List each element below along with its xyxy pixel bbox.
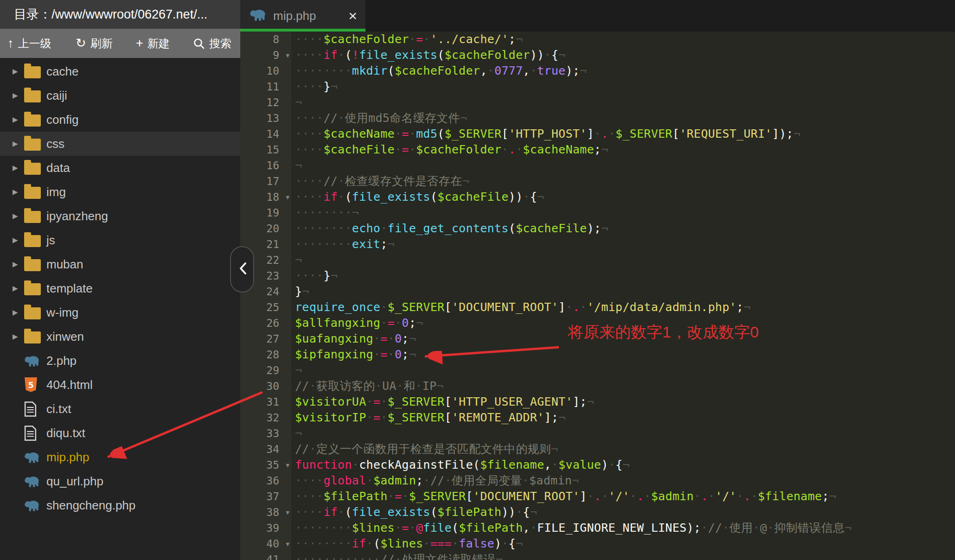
chevron-right-icon[interactable]: ▶	[13, 164, 18, 172]
line-number[interactable]: 36	[240, 473, 291, 489]
tree-item-img[interactable]: ▶img	[0, 180, 240, 204]
line-number[interactable]: 39	[240, 520, 291, 536]
tree-item-w-img[interactable]: ▶w-img	[0, 300, 240, 325]
chevron-right-icon[interactable]: ▶	[13, 236, 18, 244]
fold-arrow-icon[interactable]: ▼	[286, 458, 289, 473]
code-line-25[interactable]: require_once·$_SERVER['DOCUMENT_ROOT']·.…	[291, 299, 955, 315]
tree-item-muban[interactable]: ▶muban	[0, 252, 240, 276]
line-number[interactable]: 16	[240, 158, 291, 173]
chevron-right-icon[interactable]: ▶	[13, 308, 18, 317]
code-line-31[interactable]: $visitorUA·=·$_SERVER['HTTP_USER_AGENT']…	[291, 394, 955, 410]
chevron-right-icon[interactable]: ▶	[13, 91, 18, 100]
line-number[interactable]: 31	[240, 394, 291, 410]
tree-item-css[interactable]: ▶css	[0, 132, 240, 156]
code-line-12[interactable]: ¬	[291, 95, 955, 110]
code-line-39[interactable]: ········$lines·=·@file($filePath,·FILE_I…	[291, 520, 955, 536]
line-number[interactable]: 11	[240, 79, 291, 95]
code-line-38[interactable]: ····if·(file_exists($filePath))·{¬	[291, 504, 955, 520]
close-icon[interactable]: ×	[348, 8, 357, 23]
tree-item-diqu.txt[interactable]: diqu.txt	[0, 421, 240, 445]
chevron-right-icon[interactable]: ▶	[13, 188, 18, 196]
code-line-18[interactable]: ····if·(file_exists($cacheFile))·{¬	[291, 189, 955, 205]
tree-item-template[interactable]: ▶template	[0, 276, 240, 300]
code-line-29[interactable]: ¬	[291, 363, 955, 378]
tree-item-xinwen[interactable]: ▶xinwen	[0, 325, 240, 349]
chevron-right-icon[interactable]: ▶	[13, 212, 18, 220]
code-line-9[interactable]: ····if·(!file_exists($cacheFolder))·{¬	[291, 47, 955, 63]
code-line-16[interactable]: ¬	[291, 158, 955, 173]
code-line-19[interactable]: ········¬	[291, 205, 955, 221]
line-number[interactable]: 18▼	[240, 189, 291, 205]
tree-item-ci.txt[interactable]: ci.txt	[0, 397, 240, 421]
line-number[interactable]: 28	[240, 347, 291, 363]
line-number[interactable]: 12	[240, 95, 291, 110]
code-line-10[interactable]: ········mkdir($cacheFolder,·0777,·true);…	[291, 63, 955, 79]
code-line-34[interactable]: //·定义一个函数用于检查是否匹配文件中的规则¬	[291, 441, 955, 457]
line-number[interactable]: 29	[240, 363, 291, 378]
line-number[interactable]: 25	[240, 299, 291, 315]
up-level-button[interactable]: ↑ 上一级	[7, 29, 51, 58]
line-number[interactable]: 8	[240, 32, 291, 47]
tree-item-2.php[interactable]: 2.php	[0, 349, 240, 373]
tree-item-cache[interactable]: ▶cache	[0, 59, 240, 83]
editor-gutter[interactable]: 89▼101112131415161718▼192021222324252627…	[240, 32, 291, 560]
line-number[interactable]: 10	[240, 63, 291, 79]
chevron-right-icon[interactable]: ▶	[13, 332, 18, 341]
chevron-right-icon[interactable]: ▶	[13, 284, 18, 293]
line-number[interactable]: 20	[240, 221, 291, 236]
line-number[interactable]: 38▼	[240, 504, 291, 520]
tree-item-404.html[interactable]: 5404.html	[0, 373, 240, 397]
line-number[interactable]: 17	[240, 173, 291, 189]
line-number[interactable]: 9▼	[240, 47, 291, 63]
line-number[interactable]: 30	[240, 378, 291, 394]
tree-item-config[interactable]: ▶config	[0, 108, 240, 132]
tree-item-qu_url.php[interactable]: qu_url.php	[0, 469, 240, 493]
code-line-40[interactable]: ········if·($lines·===·false)·{¬	[291, 536, 955, 552]
fold-arrow-icon[interactable]: ▼	[286, 190, 289, 205]
tree-item-caiji[interactable]: ▶caiji	[0, 83, 240, 108]
chevron-right-icon[interactable]: ▶	[13, 260, 18, 268]
tree-item-data[interactable]: ▶data	[0, 156, 240, 180]
code-line-41[interactable]: ············//·处理文件读取错误¬	[291, 552, 955, 560]
code-line-14[interactable]: ····$cacheName·=·md5($_SERVER['HTTP_HOST…	[291, 126, 955, 142]
code-line-23[interactable]: ····}¬	[291, 268, 955, 284]
line-number[interactable]: 37	[240, 489, 291, 504]
line-number[interactable]: 32	[240, 410, 291, 426]
new-file-button[interactable]: + 新建	[136, 29, 170, 58]
tab-mip-php[interactable]: mip.php ×	[240, 0, 365, 32]
code-line-13[interactable]: ····//·使用md5命名缓存文件¬	[291, 110, 955, 126]
search-button[interactable]: 搜索	[193, 29, 231, 58]
code-line-17[interactable]: ····//·检查缓存文件是否存在¬	[291, 173, 955, 189]
fold-arrow-icon[interactable]: ▼	[286, 505, 289, 521]
line-number[interactable]: 33	[240, 426, 291, 441]
line-number[interactable]: 35▼	[240, 457, 291, 473]
refresh-button[interactable]: ↻ 刷新	[76, 29, 113, 58]
code-line-15[interactable]: ····$cacheFile·=·$cacheFolder·.·$cacheNa…	[291, 142, 955, 158]
line-number[interactable]: 34	[240, 441, 291, 457]
code-line-33[interactable]: ¬	[291, 426, 955, 441]
tree-item-ipyanzheng[interactable]: ▶ipyanzheng	[0, 204, 240, 228]
line-number[interactable]: 41	[240, 552, 291, 560]
line-number[interactable]: 40▼	[240, 536, 291, 552]
sidebar-collapse-handle[interactable]	[230, 246, 254, 293]
code-line-22[interactable]: ¬	[291, 252, 955, 268]
code-line-30[interactable]: //·获取访客的·UA·和·IP¬	[291, 378, 955, 394]
chevron-right-icon[interactable]: ▶	[13, 140, 18, 148]
line-number[interactable]: 26	[240, 315, 291, 331]
line-number[interactable]: 27	[240, 331, 291, 347]
chevron-right-icon[interactable]: ▶	[13, 115, 18, 124]
code-line-20[interactable]: ········echo·file_get_contents($cacheFil…	[291, 221, 955, 236]
code-line-8[interactable]: ····$cacheFolder·=·'../cache/';¬	[291, 32, 955, 47]
tree-item-mip.php[interactable]: mip.php	[0, 445, 240, 469]
code-line-37[interactable]: ····$filePath·=·$_SERVER['DOCUMENT_ROOT'…	[291, 489, 955, 504]
chevron-right-icon[interactable]: ▶	[13, 67, 18, 76]
line-number[interactable]: 15	[240, 142, 291, 158]
code-line-21[interactable]: ········exit;¬	[291, 236, 955, 252]
line-number[interactable]: 19	[240, 205, 291, 221]
code-editor[interactable]: ····$cacheFolder·=·'../cache/';¬····if·(…	[291, 32, 955, 560]
code-line-28[interactable]: $ipfangxing·=·0;¬	[291, 347, 955, 363]
tree-item-js[interactable]: ▶js	[0, 228, 240, 252]
fold-arrow-icon[interactable]: ▼	[286, 536, 289, 552]
code-line-11[interactable]: ····}¬	[291, 79, 955, 95]
line-number[interactable]: 14	[240, 126, 291, 142]
